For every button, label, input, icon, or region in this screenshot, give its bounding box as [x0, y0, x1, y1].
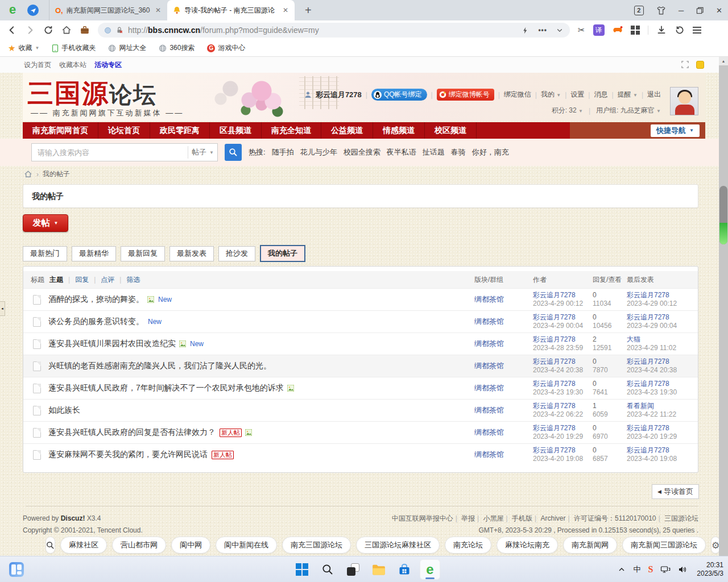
thread-title-link[interactable]: 如此族长 — [48, 405, 80, 415]
close-window-button[interactable]: ✕ — [716, 6, 722, 15]
speaker-icon[interactable] — [678, 565, 687, 574]
last-poster-link[interactable]: 看看新闻 — [627, 402, 698, 410]
col-title[interactable]: 标题 — [31, 275, 44, 285]
forum-link[interactable]: 绸都茶馆 — [474, 406, 504, 414]
site-pill[interactable]: 南充论坛 — [445, 537, 491, 554]
forward-button[interactable] — [25, 25, 35, 35]
tab-sofa[interactable]: 抢沙发 — [218, 246, 255, 261]
back-button[interactable] — [7, 25, 17, 35]
site-pill[interactable]: 麻辣论坛南充 — [497, 537, 558, 554]
nav-item-campus[interactable]: 校区频道 — [425, 122, 477, 139]
col-filter[interactable]: 筛选 — [126, 275, 140, 285]
nav-item-districts[interactable]: 区县频道 — [210, 122, 262, 139]
thread-title-link[interactable]: 蓬安县兴旺镇川果园村农田改造纪实 — [48, 339, 176, 349]
points-menu[interactable]: 积分: 32 ▼ — [552, 106, 583, 115]
bookmark-phone-favorites[interactable]: 手机收藏夹 — [52, 43, 96, 53]
guide-home-button[interactable]: ◀导读首页 — [652, 484, 699, 499]
bookmark-360-search[interactable]: 360搜索 — [159, 43, 195, 53]
footer-link[interactable]: 许可证编号：51120170010 — [574, 514, 656, 522]
page-scrollbar[interactable]: ▲ — [719, 57, 728, 556]
quick-nav-button[interactable]: 快捷导航▼ — [651, 124, 700, 137]
col-comment[interactable]: 点评 — [101, 275, 114, 285]
sidebar-toggle[interactable]: ◂ — [0, 301, 5, 316]
apps-grid-icon[interactable] — [631, 26, 640, 35]
thread-title-link[interactable]: 兴旺镇的老百姓感谢南充的隆兴人民，我们沾了隆兴人民的光。 — [48, 361, 271, 371]
footer-link[interactable]: Archiver — [541, 514, 566, 522]
forum-link[interactable]: 绸都茶馆 — [474, 339, 504, 348]
nav-item-emotion[interactable]: 情感频道 — [373, 122, 425, 139]
author-link[interactable]: 彩云追月7278 — [533, 291, 593, 300]
bookmark-favorites[interactable]: ★收藏▼ — [8, 43, 39, 53]
url-text[interactable]: http://bbs.cnncw.cn/forum.php?mod=guide&… — [128, 26, 517, 35]
forum-logo[interactable]: 三国源论坛 — [27, 76, 157, 111]
nav-item-forum-home[interactable]: 论坛首页 — [98, 122, 150, 139]
game-center-icon[interactable] — [613, 25, 623, 35]
scrollbar-thumb[interactable] — [719, 186, 727, 244]
menu-hamburger-icon[interactable] — [693, 27, 701, 34]
reading-lightning-icon[interactable] — [522, 26, 529, 35]
weibo-bind-button[interactable]: 绑定微博帐号 — [437, 89, 494, 101]
forum-link[interactable]: 绸都茶馆 — [474, 295, 504, 304]
forum-link[interactable]: 绸都茶馆 — [474, 361, 504, 370]
new-post-button[interactable]: 发帖▼ — [23, 214, 68, 232]
browser-360-logo-icon[interactable]: e — [6, 3, 19, 17]
file-explorer-button[interactable] — [369, 559, 389, 580]
last-poster-link[interactable]: 大猫 — [627, 335, 698, 344]
taskbar-search-button[interactable] — [317, 559, 338, 580]
search-input[interactable] — [32, 144, 188, 160]
360-browser-taskbar-button[interactable]: e — [420, 559, 440, 580]
microsoft-store-button[interactable] — [394, 559, 415, 580]
hot-term[interactable]: 花儿与少年 — [300, 147, 337, 157]
footer-link[interactable]: 小黑屋 — [483, 514, 504, 522]
hot-term[interactable]: 春骑 — [451, 147, 466, 157]
more-address-actions-icon[interactable]: ••• — [538, 26, 547, 34]
usergroup-menu[interactable]: 用户组: 九品芝麻官 ▼ — [596, 106, 661, 115]
last-poster-link[interactable]: 彩云追月7278 — [627, 424, 698, 433]
last-poster-link[interactable]: 彩云追月7278 — [627, 446, 698, 455]
thread-title-link[interactable]: 蓬安县兴旺镇人民政府的回复是否有法律效力？ — [48, 427, 216, 438]
thread-title-link[interactable]: 蓬安麻辣网不要关我的紧闭，要允许网民说话 — [48, 450, 208, 460]
tab-my-posts[interactable]: 我的帖子 — [260, 245, 305, 262]
fullscreen-icon[interactable] — [681, 60, 689, 69]
briefcase-icon[interactable] — [80, 25, 90, 35]
minimize-button[interactable]: ─ — [679, 6, 684, 15]
avatar[interactable] — [670, 87, 698, 115]
forum-link[interactable]: 绸都茶馆 — [474, 428, 504, 436]
author-link[interactable]: 彩云追月7278 — [533, 313, 593, 322]
tray-chevron-up-icon[interactable] — [618, 566, 626, 573]
forum-link[interactable]: 绸都茶馆 — [474, 384, 504, 392]
messages-link[interactable]: 消息 — [594, 90, 607, 99]
site-pill[interactable]: 南充三国源论坛 — [282, 537, 351, 554]
tab-latest-reply[interactable]: 最新回复 — [121, 246, 165, 261]
last-poster-link[interactable]: 彩云追月7278 — [627, 313, 698, 322]
sync-account-icon[interactable] — [27, 5, 39, 16]
last-poster-link[interactable]: 彩云追月7278 — [627, 380, 698, 388]
hot-term[interactable]: 你好，南充 — [472, 147, 509, 157]
search-button[interactable] — [225, 144, 242, 161]
site-status-icon[interactable] — [105, 27, 111, 34]
tab-close-icon[interactable]: ✕ — [154, 6, 163, 14]
refresh-button[interactable] — [43, 25, 53, 35]
search-type-select[interactable]: 帖子▼ — [188, 146, 217, 159]
home-button[interactable] — [61, 25, 72, 35]
browser-tab-inactive[interactable]: O, 南充新闻网三国源论坛_360搜 ✕ — [49, 0, 167, 20]
hot-term[interactable]: 扯话题 — [423, 147, 445, 157]
thread-title-link[interactable]: 谈公务员的服务意识转变。 — [48, 317, 144, 327]
footer-link[interactable]: 举报 — [461, 514, 475, 522]
site-pill[interactable]: 阆中网 — [171, 537, 210, 554]
breadcrumb-current[interactable]: 我的帖子 — [43, 169, 70, 179]
reminders-menu[interactable]: 提醒 ▼ — [618, 90, 638, 99]
screenshot-scissors-icon[interactable]: ✂ — [578, 25, 585, 35]
nav-item-charity[interactable]: 公益频道 — [321, 122, 373, 139]
activity-zone-link[interactable]: 活动专区 — [94, 60, 122, 70]
site-pill[interactable]: 阆中新闻在线 — [216, 537, 277, 554]
footer-link[interactable]: 手机版 — [512, 514, 532, 522]
wechat-bind-link[interactable]: 绑定微信 — [504, 90, 531, 99]
site-pill[interactable]: 营山都市网 — [112, 537, 166, 554]
tab-latest-post[interactable]: 最新发表 — [169, 246, 214, 261]
site-pill[interactable]: 南充新闻网 — [563, 537, 617, 554]
hot-term[interactable]: 夜半私语 — [387, 147, 416, 157]
restore-button[interactable] — [696, 7, 704, 14]
nav-item-news-home[interactable]: 南充新闻网首页 — [23, 122, 98, 139]
set-home-link[interactable]: 设为首页 — [24, 60, 51, 70]
